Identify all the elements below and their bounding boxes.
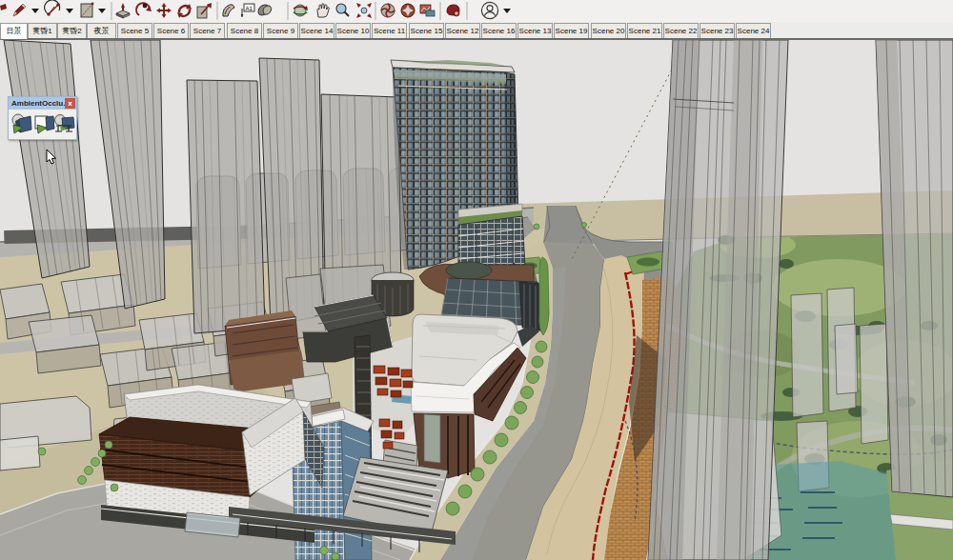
svg-text:A1: A1 (246, 6, 253, 11)
